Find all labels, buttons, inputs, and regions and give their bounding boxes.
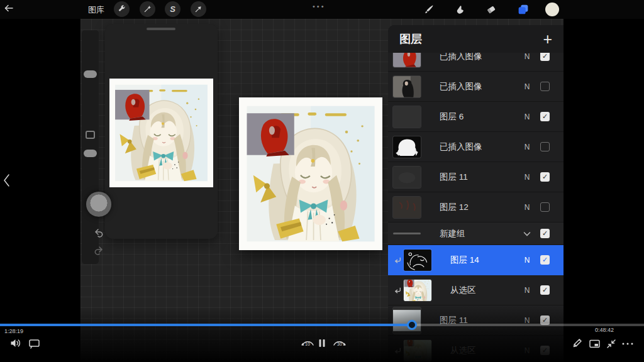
player-menu-dots[interactable]: •••: [313, 3, 326, 10]
layer-row[interactable]: 从选区N✓: [388, 275, 564, 305]
adjustments-button[interactable]: [140, 1, 155, 17]
layer-thumbnail[interactable]: [404, 280, 431, 301]
layers-icon: [517, 3, 530, 16]
rewind-10-button[interactable]: 10: [300, 336, 315, 350]
eraser-icon: [486, 4, 497, 15]
back-button[interactable]: [3, 3, 14, 14]
forward-30-button[interactable]: 30: [332, 336, 347, 350]
sidebar-modify-circle[interactable]: [86, 192, 111, 217]
speaker-icon: [10, 338, 21, 348]
layer-row[interactable]: 已插入图像N: [388, 72, 564, 102]
eraser-tool-button[interactable]: [484, 2, 499, 17]
blend-mode-button[interactable]: N: [521, 286, 533, 295]
edit-video-button[interactable]: [572, 337, 583, 349]
rewind-seconds-label: 10: [300, 342, 315, 346]
layers-panel: 已插入图像N✓已插入图像N图层 6N✓已插入图像N图层 11N✓图层 12N新建…: [388, 25, 564, 362]
pencil-icon: [572, 337, 583, 349]
blend-mode-button[interactable]: N: [521, 143, 533, 151]
layer-row[interactable]: 图层 11N✓: [388, 162, 564, 192]
picture-in-picture-icon: [589, 339, 601, 349]
actions-wrench-button[interactable]: [114, 1, 130, 17]
layer-name: 已插入图像: [440, 81, 482, 92]
wrench-icon: [117, 4, 126, 14]
layer-thumbnail[interactable]: [393, 197, 421, 218]
blend-mode-button[interactable]: N: [521, 346, 533, 355]
layer-row[interactable]: 图层 6N✓: [388, 102, 564, 132]
visibility-checkbox[interactable]: ✓: [540, 112, 550, 121]
layer-row[interactable]: 图层 14N✓: [388, 245, 564, 275]
redo-button[interactable]: [93, 245, 104, 259]
layer-name: 从选区: [450, 285, 476, 296]
video-timeline[interactable]: [0, 324, 644, 326]
blend-mode-button[interactable]: N: [521, 203, 533, 212]
more-options-button[interactable]: [621, 341, 634, 346]
subtitle-button[interactable]: [28, 338, 40, 349]
selection-s-icon: S: [170, 4, 175, 14]
magic-wand-icon: [143, 4, 152, 14]
layer-thumbnail[interactable]: [393, 136, 421, 158]
group-thumbnail-bar: [393, 233, 421, 234]
add-layer-button[interactable]: +: [543, 33, 552, 45]
visibility-checkbox[interactable]: [540, 202, 550, 212]
pip-button[interactable]: [589, 339, 601, 349]
layers-list: 已插入图像N✓已插入图像N图层 6N✓已插入图像N图层 11N✓图层 12N新建…: [388, 53, 564, 362]
opacity-slider[interactable]: [84, 150, 97, 157]
smudge-tool-button[interactable]: [452, 2, 467, 17]
layer-row[interactable]: 从选区N✓: [388, 336, 564, 362]
blend-mode-button[interactable]: N: [521, 53, 533, 61]
timeline-progress: [0, 324, 412, 326]
layer-thumbnail[interactable]: [404, 250, 431, 271]
layers-header: 图层 +: [388, 25, 564, 53]
layer-thumbnail[interactable]: [393, 167, 421, 188]
blend-mode-button[interactable]: N: [521, 112, 533, 121]
layer-row[interactable]: 已插入图像N: [388, 132, 564, 162]
visibility-checkbox[interactable]: ✓: [540, 53, 550, 61]
volume-button[interactable]: [10, 338, 21, 348]
blend-mode-button[interactable]: N: [521, 173, 533, 182]
visibility-checkbox[interactable]: ✓: [540, 346, 550, 355]
blend-mode-button[interactable]: N: [521, 82, 533, 91]
layer-thumbnail[interactable]: [404, 340, 431, 361]
panel-drag-handle[interactable]: [147, 28, 175, 30]
video-player: 图库 S ••• 已插入图像N✓已插入图像N图层 6N✓已插入图像N图层 11N…: [0, 0, 644, 362]
modify-button[interactable]: [86, 131, 95, 139]
main-canvas[interactable]: [239, 97, 382, 250]
visibility-checkbox[interactable]: ✓: [540, 229, 550, 238]
layer-name: 从选区: [450, 345, 476, 356]
color-swatch-button[interactable]: [545, 3, 559, 16]
reference-image: [109, 79, 213, 187]
undo-button[interactable]: [93, 228, 104, 241]
transform-arrow-icon: [194, 4, 203, 14]
shrink-player-button[interactable]: [606, 338, 617, 349]
visibility-checkbox[interactable]: ✓: [540, 255, 550, 265]
visibility-checkbox[interactable]: ✓: [540, 172, 550, 182]
layer-row[interactable]: 图层 12N: [388, 192, 564, 222]
collapse-sidebar-button[interactable]: [1, 172, 13, 189]
gallery-button[interactable]: 图库: [88, 4, 104, 16]
brush-tool-button[interactable]: [421, 2, 436, 17]
transform-button[interactable]: [191, 1, 206, 17]
blend-mode-button[interactable]: N: [521, 256, 533, 265]
layer-row[interactable]: 已插入图像N✓: [388, 53, 564, 72]
smudge-finger-icon: [454, 4, 465, 15]
visibility-checkbox[interactable]: ✓: [540, 285, 550, 295]
layer-thumbnail[interactable]: [393, 307, 421, 334]
layer-group-row[interactable]: 新建组✓: [388, 222, 564, 245]
visibility-checkbox[interactable]: [540, 82, 550, 91]
ellipsis-icon: [621, 341, 634, 346]
layer-thumbnail[interactable]: [393, 106, 421, 128]
layers-panel-button[interactable]: [516, 2, 531, 17]
pause-button[interactable]: [318, 338, 326, 348]
back-arrow-icon: [3, 3, 14, 14]
brush-size-slider[interactable]: [84, 70, 97, 78]
layers-title: 图层: [399, 31, 422, 47]
layer-thumbnail[interactable]: [393, 53, 421, 67]
layer-name: 图层 6: [440, 111, 464, 123]
visibility-checkbox[interactable]: [540, 142, 550, 151]
chevron-down-icon[interactable]: [522, 229, 532, 239]
clipping-mask-icon: [394, 256, 402, 264]
screen-box-icon: [28, 338, 40, 349]
layer-thumbnail[interactable]: [393, 76, 421, 97]
layer-name: 图层 12: [440, 202, 469, 213]
selection-button[interactable]: S: [165, 1, 180, 17]
